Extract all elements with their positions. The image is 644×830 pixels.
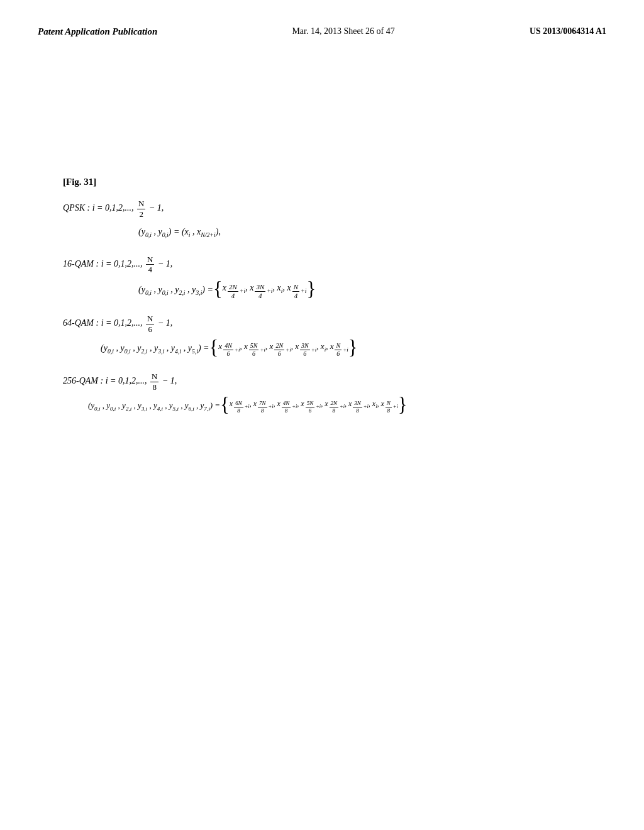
qam64-formula: (y0,i , y0,i , y2,i , y3,i , y4,i , y5,i… xyxy=(101,339,606,358)
patent-number: US 2013/0064314 A1 xyxy=(530,25,606,38)
qpsk-section: QPSK : i = 0,1,2,..., N 2 − 1, (y0,i , y… xyxy=(63,199,606,241)
main-content: [Fig. 31] QPSK : i = 0,1,2,..., N 2 − 1,… xyxy=(38,177,606,414)
publication-label: Patent Application Publication xyxy=(38,25,157,38)
qam256-section: 256-QAM : i = 0,1,2,..., N 8 − 1, (y0,i … xyxy=(63,372,606,414)
qam16-formula: (y0,i , y0,i , y2,i , y3,i) = { x2N4+i, … xyxy=(138,280,606,300)
qam16-condition: 16-QAM : i = 0,1,2,..., N 4 − 1, xyxy=(63,255,606,275)
qpsk-condition: QPSK : i = 0,1,2,..., N 2 − 1, xyxy=(63,199,606,219)
qam64-condition: 64-QAM : i = 0,1,2,..., N 6 − 1, xyxy=(63,314,606,334)
qpsk-formula: (y0,i , y0,i) = (xi , xN/2+i), xyxy=(138,224,606,240)
qam256-formula: (y0,i , y0,i , y2,i , y3,i , y4,i , y5,i… xyxy=(88,397,606,414)
qam16-section: 16-QAM : i = 0,1,2,..., N 4 − 1, (y0,i ,… xyxy=(63,255,606,300)
figure-label: [Fig. 31] xyxy=(63,177,606,187)
page-header: Patent Application Publication Mar. 14, … xyxy=(38,25,606,38)
page: Patent Application Publication Mar. 14, … xyxy=(0,0,644,830)
qam256-condition: 256-QAM : i = 0,1,2,..., N 8 − 1, xyxy=(63,372,606,392)
sheet-info: Mar. 14, 2013 Sheet 26 of 47 xyxy=(292,25,394,38)
qam64-section: 64-QAM : i = 0,1,2,..., N 6 − 1, (y0,i ,… xyxy=(63,314,606,358)
